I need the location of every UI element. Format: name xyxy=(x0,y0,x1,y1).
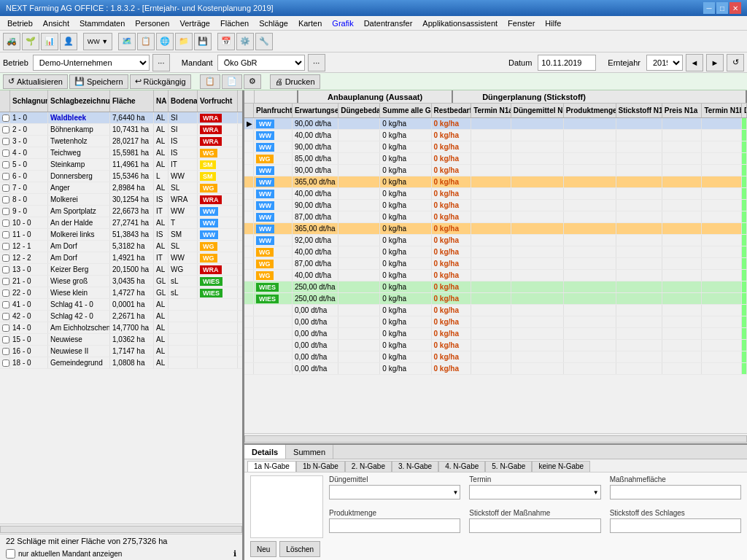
aktualisieren-button[interactable]: ↺ Aktualisieren xyxy=(3,74,68,89)
table-row[interactable]: 42 - 0 Schlag 42 - 0 2,2671 ha AL xyxy=(0,311,242,322)
table-row[interactable]: WW 40,00 dt/ha 0 kg/ha 0 kg/ha xyxy=(244,188,747,200)
menu-stammdaten[interactable]: Stammdaten xyxy=(75,18,129,28)
table-row[interactable]: WW 365,00 dt/ha 0 kg/ha 0 kg/ha xyxy=(244,223,747,235)
tab-1a-ngabe[interactable]: 1a N-Gabe xyxy=(247,461,296,472)
table-row[interactable]: 18 - 0 Gemeindegrund 1,0808 ha AL xyxy=(0,357,242,369)
table-row[interactable]: WW 365,00 dt/ha 0 kg/ha 0 kg/ha xyxy=(244,176,747,188)
table-row[interactable]: WW 40,00 dt/ha 0 kg/ha 0 kg/ha xyxy=(244,130,747,141)
tb-icon-6[interactable]: 🗺️ xyxy=(118,33,136,50)
table-row[interactable]: WIES 250,00 dt/ha 0 kg/ha 0 kg/ha xyxy=(244,293,747,305)
erntejahr-prev[interactable]: ◄ xyxy=(686,54,703,71)
table-row[interactable]: 15 - 0 Neuwiese 1,0362 ha AL xyxy=(0,334,242,346)
tab-3-ngabe[interactable]: 3. N-Gabe xyxy=(392,461,438,472)
table-row[interactable]: 1 - 0 Waldbleek 7,6440 ha AL SI WRA xyxy=(0,112,242,124)
termin-combo[interactable]: ▼ xyxy=(469,485,600,499)
tb-icon-9[interactable]: 📁 xyxy=(175,33,193,50)
table-row[interactable]: 9 - 0 Am Sportplatz 22,6673 ha IT WW WW xyxy=(0,206,242,217)
tb-icon-5[interactable]: WW ▼ xyxy=(83,33,112,50)
tab-summen[interactable]: Summen xyxy=(286,445,333,459)
row-checkbox[interactable] xyxy=(0,357,10,368)
row-checkbox[interactable] xyxy=(0,194,10,205)
table-row[interactable]: WIES 250,00 dt/ha 0 kg/ha 0 kg/ha xyxy=(244,281,747,293)
tb-icon-1[interactable]: 🚜 xyxy=(3,33,20,50)
tab-keine-ngabe[interactable]: keine N-Gabe xyxy=(532,461,590,472)
left-hscroll[interactable] xyxy=(0,524,242,534)
table-row[interactable]: 0,00 dt/ha 0 kg/ha 0 kg/ha xyxy=(244,305,747,316)
erntejahr-combo[interactable]: 2019 xyxy=(646,55,683,71)
row-checkbox[interactable] xyxy=(0,299,10,310)
row-checkbox[interactable] xyxy=(0,322,10,333)
loeschen-button[interactable]: Löschen xyxy=(279,541,320,557)
menu-schlaege[interactable]: Schläge xyxy=(255,18,293,28)
mandant-menu-btn[interactable]: ··· xyxy=(308,54,325,71)
minimize-button[interactable]: ─ xyxy=(703,2,715,14)
table-row[interactable]: ▶ WW 90,00 dt/ha 0 kg/ha 0 kg/ha xyxy=(244,118,747,130)
row-checkbox[interactable] xyxy=(0,334,10,345)
table-row[interactable]: WG 87,00 dt/ha 0 kg/ha 0 kg/ha xyxy=(244,258,747,270)
tb-icon-11[interactable]: 📅 xyxy=(217,33,235,50)
table-row[interactable]: 0,00 dt/ha 0 kg/ha 0 kg/ha xyxy=(244,340,747,351)
menu-grafik[interactable]: Grafik xyxy=(328,18,357,28)
datum-input[interactable] xyxy=(538,55,596,71)
mandant-filter-checkbox[interactable] xyxy=(6,549,15,559)
table-row[interactable]: WW 92,00 dt/ha 0 kg/ha 0 kg/ha xyxy=(244,235,747,246)
table-row[interactable]: 0,00 dt/ha 0 kg/ha 0 kg/ha xyxy=(244,328,747,340)
row-checkbox[interactable] xyxy=(0,124,10,135)
table-row[interactable]: 4 - 0 Teichweg 15,5981 ha AL IS WG xyxy=(0,147,242,159)
table-row[interactable]: 0,00 dt/ha 0 kg/ha 0 kg/ha xyxy=(244,363,747,375)
rueckgaengig-button[interactable]: ↩ Rückgängig xyxy=(130,74,191,89)
row-checkbox[interactable] xyxy=(0,159,10,170)
betrieb-combo[interactable]: Demo-Unternehmen xyxy=(33,55,150,71)
row-checkbox[interactable] xyxy=(0,171,10,182)
table-row[interactable]: WW 90,00 dt/ha 0 kg/ha 0 kg/ha xyxy=(244,200,747,211)
row-checkbox[interactable] xyxy=(0,206,10,217)
stickstoff-massnahme-input[interactable] xyxy=(469,518,600,533)
drucken-button[interactable]: 🖨 Drucken xyxy=(270,74,320,89)
betrieb-menu-btn[interactable]: ··· xyxy=(152,54,170,71)
table-row[interactable]: 22 - 0 Wiese klein 1,4727 ha GL sL WIES xyxy=(0,287,242,299)
menu-ansicht[interactable]: Ansicht xyxy=(39,18,74,28)
tab-2-ngabe[interactable]: 2. N-Gabe xyxy=(345,461,392,472)
menu-karten[interactable]: Karten xyxy=(294,18,326,28)
row-checkbox[interactable] xyxy=(0,217,10,228)
tab-1b-ngabe[interactable]: 1b N-Gabe xyxy=(296,461,345,472)
row-checkbox[interactable] xyxy=(0,264,10,275)
close-button[interactable]: ✕ xyxy=(729,2,741,14)
menu-betrieb[interactable]: Betrieb xyxy=(3,18,37,28)
tb-icon-8[interactable]: 🌐 xyxy=(156,33,174,50)
row-checkbox[interactable] xyxy=(0,136,10,147)
menu-personen[interactable]: Personen xyxy=(131,18,174,28)
row-checkbox[interactable] xyxy=(0,252,10,263)
menu-fenster[interactable]: Fenster xyxy=(503,18,539,28)
table-row[interactable]: 2 - 0 Böhnenkamp 10,7431 ha AL SI WRA xyxy=(0,124,242,136)
erntejahr-next[interactable]: ► xyxy=(706,54,724,71)
stickstoff-schlag-input[interactable] xyxy=(610,518,741,533)
tb-icon-12[interactable]: ⚙️ xyxy=(236,33,254,50)
row-checkbox[interactable] xyxy=(0,287,10,298)
refresh-btn[interactable]: ↺ xyxy=(727,54,744,71)
speichern-button[interactable]: 💾 Speichern xyxy=(69,74,128,89)
menu-vertraege[interactable]: Verträge xyxy=(175,18,214,28)
table-row[interactable]: 7 - 0 Anger 2,8984 ha AL SL WG xyxy=(0,182,242,194)
table-row[interactable]: 21 - 0 Wiese groß 3,0435 ha GL sL WIES xyxy=(0,276,242,287)
table-row[interactable]: 13 - 0 Keizer Berg 20,1500 ha AL WG WRA xyxy=(0,264,242,276)
table-row[interactable]: 10 - 0 An der Halde 27,2741 ha AL T WW xyxy=(0,217,242,229)
produktmenge-input[interactable] xyxy=(329,518,460,533)
table-row[interactable]: WG 40,00 dt/ha 0 kg/ha 0 kg/ha xyxy=(244,246,747,258)
row-checkbox[interactable] xyxy=(0,346,10,357)
tb-icon-7[interactable]: 📋 xyxy=(137,33,155,50)
right-hscroll[interactable] xyxy=(244,433,747,443)
table-row[interactable]: WG 40,00 dt/ha 0 kg/ha 0 kg/ha xyxy=(244,270,747,281)
icon-btn-2[interactable]: 📄 xyxy=(222,74,242,89)
table-row[interactable]: 41 - 0 Schlag 41 - 0 0,0001 ha AL xyxy=(0,299,242,311)
tab-4-ngabe[interactable]: 4. N-Gabe xyxy=(438,461,485,472)
row-checkbox[interactable] xyxy=(0,229,10,240)
table-row[interactable]: 12 - 2 Am Dorf 1,4921 ha IT WW WG xyxy=(0,252,242,264)
mandant-combo[interactable]: Öko GbR xyxy=(217,55,305,71)
row-checkbox[interactable] xyxy=(0,182,10,193)
row-checkbox[interactable] xyxy=(0,311,10,322)
table-row[interactable]: 11 - 0 Molkerei links 51,3843 ha IS SM W… xyxy=(0,229,242,241)
table-row[interactable]: WW 87,00 dt/ha 0 kg/ha 0 kg/ha xyxy=(244,211,747,223)
tab-details[interactable]: Details xyxy=(244,445,286,459)
massnahmeflaeche-input[interactable] xyxy=(610,485,741,499)
